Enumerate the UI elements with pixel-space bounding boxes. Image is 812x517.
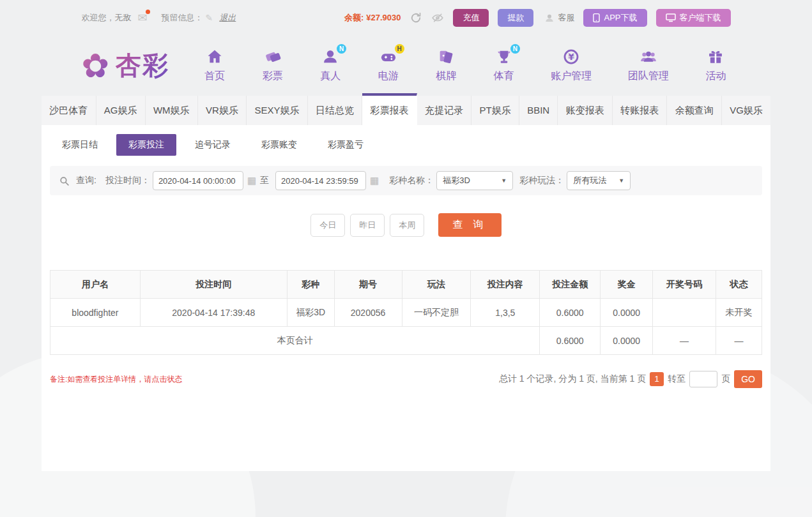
customer-service-icon: [544, 12, 555, 24]
calendar-icon[interactable]: ▦: [370, 175, 379, 186]
monitor-icon: [666, 13, 676, 22]
cell-issue: 2020056: [334, 299, 402, 327]
edit-icon[interactable]: ✎: [206, 13, 213, 23]
nav-item-label: 真人: [319, 70, 341, 83]
summary-label: 本页合计: [50, 327, 540, 355]
lottery-name-label: 彩种名称：: [389, 175, 434, 186]
nav-icon: [705, 48, 726, 67]
table-header-cell: 用户名: [50, 271, 141, 299]
time-from-input[interactable]: [153, 171, 243, 190]
table-header-cell: 状态: [716, 271, 762, 299]
report-tab[interactable]: 余额查询: [667, 96, 722, 125]
summary-row: 本页合计 0.6000 0.0000 — —: [50, 327, 762, 355]
nav-icon: [435, 48, 457, 67]
nav-icon: [638, 48, 659, 67]
table-header-row: 用户名投注时间彩种期号玩法投注内容投注金额奖金开奖号码状态: [50, 271, 762, 299]
table-row: bloodfighter 2020-04-14 17:39:48 福彩3D 20…: [50, 299, 762, 327]
play-type-select[interactable]: 所有玩法 ▼: [567, 171, 631, 190]
nav-icon: [262, 48, 284, 67]
table-header-cell: 投注内容: [471, 271, 540, 299]
nav-item[interactable]: 彩票: [258, 48, 287, 83]
nav-item-label: 电游: [378, 70, 399, 83]
withdraw-button[interactable]: 提款: [498, 9, 533, 27]
lottery-select[interactable]: 福彩3D ▼: [436, 171, 513, 190]
nav-item[interactable]: 首页: [200, 48, 229, 83]
current-page-button[interactable]: 1: [650, 372, 664, 386]
go-button[interactable]: GO: [734, 370, 762, 388]
chevron-down-icon: ▼: [501, 177, 507, 184]
nav-item-label: 活动: [705, 70, 726, 83]
logout-link[interactable]: 退出: [219, 12, 236, 24]
cell-draw-number: [653, 299, 716, 327]
quick-range-button[interactable]: 本周: [390, 214, 424, 237]
quick-range-button[interactable]: 昨日: [350, 214, 385, 237]
nav-item[interactable]: 活动: [701, 48, 730, 83]
nav-item[interactable]: 团队管理: [624, 48, 673, 83]
report-tab[interactable]: PT娱乐: [471, 96, 519, 125]
cell-bet-time: 2020-04-14 17:39:48: [140, 299, 287, 327]
nav-item-label: 账户管理: [551, 70, 592, 83]
sub-tab[interactable]: 彩票投注: [116, 134, 176, 156]
nav-icon: N: [493, 48, 515, 67]
nav-icon: ¥: [560, 48, 582, 67]
report-tab[interactable]: 彩票报表: [362, 93, 417, 125]
report-tab[interactable]: 账变报表: [558, 96, 613, 125]
calendar-icon[interactable]: ▦: [247, 175, 256, 186]
chevron-down-icon: ▼: [618, 177, 624, 184]
page: 欢迎您， 无敌 ✉ 预留信息： ✎ 退出 余额: ¥27.9030: [0, 0, 812, 471]
nav-item[interactable]: H 电游: [374, 48, 403, 83]
report-tab[interactable]: 沙巴体育: [42, 96, 96, 125]
mail-icon[interactable]: ✉: [138, 11, 148, 25]
brand-logo[interactable]: ✿ 杏彩: [82, 48, 170, 83]
nav-icon: H: [378, 48, 399, 67]
table-header-cell: 投注金额: [540, 271, 601, 299]
report-tab[interactable]: 充提记录: [417, 96, 472, 125]
nav-icon: N: [319, 48, 341, 67]
sub-tab[interactable]: 彩票盈亏: [316, 134, 376, 156]
sub-tab[interactable]: 追号记录: [183, 134, 243, 156]
report-tab[interactable]: SEXY娱乐: [247, 96, 308, 125]
nav-item[interactable]: N 体育: [489, 48, 519, 83]
table-header-cell: 期号: [334, 271, 402, 299]
page-unit-label: 页: [721, 373, 730, 385]
status-link[interactable]: 未开奖: [716, 299, 762, 327]
quick-range-button[interactable]: 今日: [310, 214, 345, 237]
nav-item-label: 彩票: [262, 70, 284, 83]
sub-tab[interactable]: 彩票账变: [249, 134, 309, 156]
play-type-label: 彩种玩法：: [519, 175, 564, 186]
nav-item-label: 体育: [493, 70, 515, 83]
nav-item[interactable]: 棋牌: [431, 48, 461, 83]
summary-draw-number: —: [653, 327, 716, 355]
report-tab[interactable]: WM娱乐: [146, 96, 198, 125]
cell-username: bloodfighter: [50, 299, 141, 327]
report-tab[interactable]: VG娱乐: [722, 96, 770, 125]
goto-label: 转至: [668, 373, 686, 385]
mail-notification-dot: [146, 10, 150, 14]
report-tab[interactable]: VR娱乐: [198, 96, 247, 125]
client-download-button[interactable]: 客户端下载: [656, 9, 731, 27]
hide-balance-icon[interactable]: [431, 11, 444, 24]
app-download-button[interactable]: APP下载: [583, 9, 647, 27]
search-button[interactable]: 查 询: [438, 213, 501, 237]
nav-item[interactable]: N 真人: [316, 48, 345, 83]
time-to-input[interactable]: [275, 171, 366, 190]
goto-page-input[interactable]: [689, 371, 717, 387]
nav-item[interactable]: ¥ 账户管理: [547, 48, 595, 83]
bet-time-label: 投注时间：: [105, 175, 150, 186]
nav-item-label: 首页: [204, 70, 226, 83]
cell-lottery: 福彩3D: [287, 299, 334, 327]
sub-tab-strip: 彩票日结彩票投注追号记录彩票账变彩票盈亏: [42, 125, 770, 163]
refresh-balance-icon[interactable]: [410, 11, 422, 24]
cell-prize: 0.0000: [601, 299, 653, 327]
report-tab[interactable]: AG娱乐: [96, 96, 146, 125]
sub-tab[interactable]: 彩票日结: [50, 134, 110, 156]
deposit-button[interactable]: 充值: [453, 9, 489, 27]
table-header-cell: 彩种: [287, 271, 334, 299]
report-tab-strip: 沙巴体育AG娱乐WM娱乐VR娱乐SEXY娱乐日结总览彩票报表充提记录PT娱乐BB…: [42, 96, 770, 125]
report-tab[interactable]: BBIN: [519, 96, 558, 125]
customer-service-button[interactable]: 客服: [544, 12, 574, 24]
report-tab[interactable]: 日结总览: [308, 96, 363, 125]
nav-icon: [204, 48, 226, 67]
report-tab[interactable]: 转账报表: [613, 96, 668, 125]
nav-item-label: 团队管理: [628, 70, 669, 83]
